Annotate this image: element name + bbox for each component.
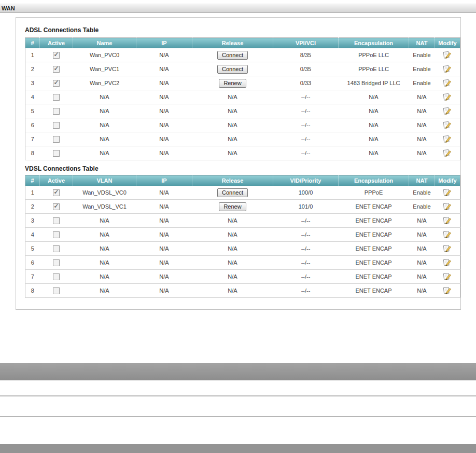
vdsl-table-row: 1Wan_VDSL_VC0N/AConnect100/0PPPoEEnable [25,186,460,200]
cell-modify [435,118,460,132]
col-header-ip: IP [136,175,192,186]
cell-encapsulation: N/A [339,104,409,118]
cell-release: Connect [192,186,273,200]
cell-ip: N/A [136,270,192,284]
modify-icon[interactable] [443,188,452,197]
modify-icon[interactable] [443,216,452,225]
wan-content-panel: ADSL Connections Table # Active Name IP … [16,17,461,310]
cell-nat: Enable [409,48,435,62]
cell-modify [435,104,460,118]
cell-ip: N/A [136,76,192,90]
modify-pencil-icon [443,258,452,267]
cell-active [40,228,73,242]
col-header-number: # [25,38,40,49]
modify-icon[interactable] [443,230,452,239]
cell-modify [435,284,460,298]
cell-active [40,62,73,76]
adsl-table-row: 8N/AN/AN/A--/--N/AN/A [25,146,460,160]
doc-row-divider [0,395,476,396]
cell-modify [435,48,460,62]
col-header-vpi-vci: VPI/VCI [273,38,339,49]
modify-icon[interactable] [443,120,452,129]
modify-icon[interactable] [443,202,452,211]
modify-icon[interactable] [443,92,452,101]
modify-icon[interactable] [443,78,452,87]
cell-ip: N/A [136,256,192,270]
cell-release: Renew [192,76,273,90]
connect-button[interactable]: Connect [217,65,248,74]
cell-release: N/A [192,270,273,284]
cell-name: N/A [73,118,136,132]
modify-icon[interactable] [443,64,452,73]
modify-icon[interactable] [443,106,452,115]
cell-ip: N/A [136,104,192,118]
modify-icon[interactable] [443,134,452,143]
cell-active [40,146,73,160]
cell-ip: N/A [136,146,192,160]
cell-modify [435,256,460,270]
modify-icon[interactable] [443,272,452,281]
cell-active [40,270,73,284]
vdsl-table-row: 5N/AN/AN/A--/--ENET ENCAPN/A [25,242,460,256]
col-header-release: Release [192,175,273,186]
cell-active [40,118,73,132]
modify-icon[interactable] [443,258,452,267]
vdsl-table-row: 3N/AN/AN/A--/--ENET ENCAPN/A [25,214,460,228]
modify-icon[interactable] [443,50,452,59]
active-checkbox [53,245,60,252]
cell-name: N/A [73,214,136,228]
cell-release: N/A [192,242,273,256]
modify-pencil-icon [443,64,452,73]
cell-name: N/A [73,284,136,298]
active-checkbox [53,203,60,210]
adsl-table-row: 6N/AN/AN/A--/--N/AN/A [25,118,460,132]
connect-button[interactable]: Connect [217,51,248,60]
cell-active [40,242,73,256]
cell-vpi-vci: --/-- [273,242,339,256]
cell-release: N/A [192,90,273,104]
cell-modify [435,200,460,214]
cell-ip: N/A [136,200,192,214]
col-header-vid-priority: VID/Priority [273,175,339,186]
cell-nat: Enable [409,76,435,90]
cell-ip: N/A [136,186,192,200]
modify-icon[interactable] [443,286,452,295]
cell-nat: N/A [409,104,435,118]
active-checkbox [53,150,60,157]
cell-nat: N/A [409,118,435,132]
vdsl-table-row: 6N/AN/AN/A--/--ENET ENCAPN/A [25,256,460,270]
cell-active [40,104,73,118]
cell-vpi-vci: 0/35 [273,62,339,76]
adsl-table-row: 5N/AN/AN/A--/--N/AN/A [25,104,460,118]
active-checkbox [53,287,60,294]
cell-active [40,76,73,90]
renew-button[interactable]: Renew [219,202,246,211]
cell-vpi-vci: --/-- [273,214,339,228]
modify-pencil-icon [443,92,452,101]
cell-encapsulation: N/A [339,132,409,146]
cell-release: Connect [192,62,273,76]
cell-number: 1 [25,186,40,200]
cell-number: 4 [25,90,40,104]
active-checkbox [53,231,60,238]
cell-number: 5 [25,242,40,256]
cell-ip: N/A [136,62,192,76]
cell-ip: N/A [136,214,192,228]
modify-pencil-icon [443,120,452,129]
col-header-name: Name [73,38,136,49]
modify-pencil-icon [443,188,452,197]
connect-button[interactable]: Connect [217,188,248,197]
cell-number: 1 [25,48,40,62]
page-title: WAN [2,5,15,11]
modify-icon[interactable] [443,148,452,157]
renew-button[interactable]: Renew [219,79,246,88]
cell-active [40,284,73,298]
modify-pencil-icon [443,230,452,239]
active-checkbox [53,259,60,266]
cell-vpi-vci: 8/35 [273,48,339,62]
modify-icon[interactable] [443,244,452,253]
cell-name: Wan_PVC2 [73,76,136,90]
cell-ip: N/A [136,132,192,146]
cell-modify [435,186,460,200]
cell-modify [435,214,460,228]
